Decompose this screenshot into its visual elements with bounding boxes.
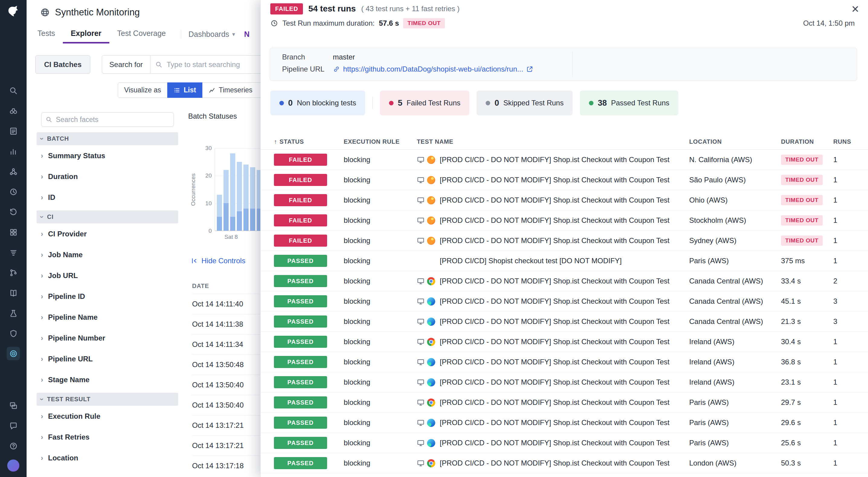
facet-item-fast-retries[interactable]: ›Fast Retries	[36, 426, 178, 447]
tab-tests[interactable]: Tests	[30, 25, 63, 43]
facet-item-execution-rule[interactable]: ›Execution Rule	[36, 406, 178, 426]
test-run-row[interactable]: FAILEDblocking[PROD CI/CD - DO NOT MODIF…	[261, 211, 868, 231]
tab-bar-divider	[181, 30, 181, 39]
external-link-icon	[526, 65, 533, 73]
pipeline-info-card: Branch master Pipeline URL https://githu…	[270, 48, 857, 81]
facet-section-batch[interactable]: ›BATCH	[36, 132, 178, 145]
chevron-down-icon: ›	[38, 137, 45, 140]
test-icons	[417, 277, 440, 285]
chrome-icon	[427, 338, 435, 346]
datadog-logo[interactable]	[5, 4, 21, 19]
test-run-row[interactable]: PASSEDblocking[PROD CI/CD - DO NOT MODIF…	[261, 312, 868, 332]
rum-icon[interactable]	[7, 399, 20, 412]
drawer-title: 54 test runs	[308, 4, 356, 13]
facet-item-duration[interactable]: ›Duration	[36, 166, 178, 187]
firefox-icon	[427, 156, 435, 164]
chart-title: Batch Statuses	[188, 112, 237, 121]
search-scope-button[interactable]: Search for	[102, 55, 150, 74]
facet-item-pipeline-url[interactable]: ›Pipeline URL	[36, 348, 178, 369]
test-icons	[417, 419, 440, 427]
test-name: [PROD CI/CD - DO NOT MODIFY] Shop.ist Ch…	[440, 378, 670, 386]
status-badge: FAILED	[274, 194, 327, 206]
facet-item-stage-name[interactable]: ›Stage Name	[36, 369, 178, 390]
security-icon[interactable]	[7, 327, 20, 340]
column-header-runs[interactable]: RUNS	[833, 138, 868, 145]
monitors-icon[interactable]	[7, 307, 20, 320]
test-icons	[417, 196, 440, 204]
column-header-execution-rule[interactable]: EXECUTION RULE	[344, 138, 417, 145]
test-run-row[interactable]: PASSEDblocking[PROD CI/CD - DO NOT MODIF…	[261, 453, 868, 473]
chart-bar	[237, 162, 242, 231]
summary-chip-skipped[interactable]: 0Skipped Test Runs	[476, 91, 572, 115]
max-duration-value: 57.6 s	[379, 19, 399, 28]
pipeline-url-row: https://github.com/DataDog/shopist-web-u…	[333, 65, 857, 73]
test-run-row[interactable]: FAILEDblocking[PROD CI/CD - DO NOT MODIF…	[261, 150, 868, 170]
test-run-row[interactable]: PASSEDblocking[PROD CI/CD - DO NOT MODIF…	[261, 433, 868, 453]
partial-button[interactable]: N	[244, 30, 249, 39]
test-run-row[interactable]: PASSEDblocking[PROD CI/CD - DO NOT MODIF…	[261, 352, 868, 372]
summary-chip-passed[interactable]: 38Passed Test Runs	[580, 91, 678, 115]
synthetic-monitoring-icon	[40, 7, 50, 18]
tab-explorer[interactable]: Explorer	[63, 25, 109, 43]
summary-chip-failed[interactable]: 5Failed Test Runs	[380, 91, 469, 115]
column-header-location[interactable]: LOCATION	[689, 138, 781, 145]
device-desktop-icon	[417, 277, 425, 285]
column-header-test-name[interactable]: TEST NAME	[417, 138, 689, 145]
batch-timestamp: Oct 14, 1:50 pm	[803, 19, 855, 28]
ci-batches-button[interactable]: CI Batches	[35, 55, 90, 74]
test-run-row[interactable]: PASSEDblocking[PROD CI/CD - DO NOT MODIF…	[261, 271, 868, 291]
integrations-icon[interactable]	[7, 225, 20, 239]
facet-item-pipeline-name[interactable]: ›Pipeline Name	[36, 307, 178, 327]
column-header-status[interactable]: ↑STATUS	[274, 138, 344, 145]
feedback-icon[interactable]	[7, 419, 20, 432]
test-run-row[interactable]: FAILEDblocking[PROD CI/CD - DO NOT MODIF…	[261, 231, 868, 251]
test-run-row[interactable]: FAILEDblocking[PROD CI/CD - DO NOT MODIF…	[261, 190, 868, 211]
test-run-row[interactable]: PASSEDblocking[PROD CI/CD - DO NOT MODIF…	[261, 392, 868, 413]
test-run-row[interactable]: FAILEDblocking[PROD CI/CD - DO NOT MODIF…	[261, 170, 868, 190]
status-dot-icon	[486, 101, 490, 105]
tab-test-coverage[interactable]: Test Coverage	[109, 25, 174, 43]
facet-item-job-url[interactable]: ›Job URL	[36, 265, 178, 286]
facet-search-input[interactable]	[55, 115, 169, 124]
dashboards-menu[interactable]: Dashboards ▾	[188, 30, 235, 39]
facet-section-test-result[interactable]: ›TEST RESULT	[36, 393, 178, 406]
synthetics-icon[interactable]	[7, 347, 20, 360]
facet-item-id[interactable]: ›ID	[36, 187, 178, 208]
test-run-row[interactable]: PASSEDblocking[PROD CI/CD - DO NOT MODIF…	[261, 413, 868, 433]
facet-item-location[interactable]: ›Location	[36, 447, 178, 468]
ci-visibility-icon[interactable]	[7, 205, 20, 219]
facet-section-ci[interactable]: ›CI	[36, 211, 178, 223]
facet-item-summary-status[interactable]: ›Summary Status	[36, 145, 178, 166]
test-name: [PROD CI/CD - DO NOT MODIFY] Shop.ist Ch…	[440, 156, 670, 164]
column-header-duration[interactable]: DURATION	[781, 138, 833, 145]
facet-item-ci-provider[interactable]: ›CI Provider	[36, 223, 178, 244]
metrics-icon[interactable]	[7, 145, 20, 158]
watchdog-icon[interactable]	[7, 104, 20, 118]
device-desktop-icon	[417, 297, 425, 305]
hide-controls-button[interactable]: Hide Controls	[191, 257, 245, 265]
batch-status-badge: FAILED	[270, 3, 303, 14]
events-icon[interactable]	[7, 124, 20, 138]
facet-item-job-name[interactable]: ›Job Name	[36, 244, 178, 265]
facet-item-pipeline-number[interactable]: ›Pipeline Number	[36, 327, 178, 348]
close-icon[interactable]: ×	[849, 2, 861, 16]
pipelines-icon[interactable]	[7, 266, 20, 279]
status-badge: FAILED	[274, 234, 327, 247]
help-icon[interactable]	[7, 439, 20, 452]
facet-item-pipeline-id[interactable]: ›Pipeline ID	[36, 286, 178, 307]
pipeline-url-link[interactable]: https://github.com/DataDog/shopist-web-u…	[343, 65, 523, 73]
test-run-row[interactable]: PASSEDblocking[PROD CI/CD] Shopist check…	[261, 251, 868, 271]
test-run-row[interactable]: PASSEDblocking[PROD CI/CD - DO NOT MODIF…	[261, 372, 868, 392]
user-avatar[interactable]	[7, 459, 19, 472]
infrastructure-icon[interactable]	[7, 165, 20, 178]
summary-chip-info[interactable]: 0Non blocking tests	[270, 91, 365, 115]
logs-icon[interactable]	[7, 246, 20, 259]
visualize-list-button[interactable]: List	[167, 83, 203, 98]
test-run-row[interactable]: PASSEDblocking[PROD CI/CD - DO NOT MODIF…	[261, 291, 868, 312]
chrome-icon	[427, 399, 435, 407]
search-icon[interactable]	[7, 84, 20, 97]
edge-icon	[427, 297, 435, 306]
test-run-row[interactable]: PASSEDblocking[PROD CI/CD - DO NOT MODIF…	[261, 332, 868, 352]
apm-icon[interactable]	[7, 185, 20, 198]
notebooks-icon[interactable]	[7, 286, 20, 299]
